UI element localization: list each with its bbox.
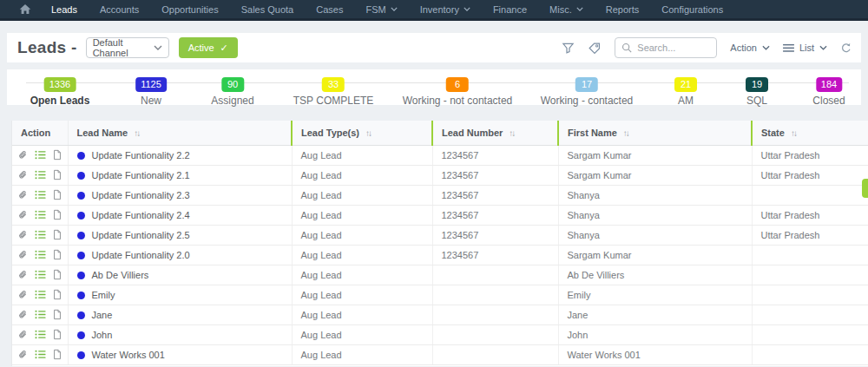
lead-name[interactable]: Water Works 001 (92, 350, 165, 360)
tag-icon[interactable] (588, 42, 602, 55)
sort-icon[interactable]: ↑↓ (623, 128, 628, 138)
attachment-icon[interactable] (17, 309, 29, 320)
lead-name[interactable]: Update Funtionality 2.0 (92, 250, 190, 260)
document-icon[interactable] (52, 309, 62, 320)
stat-item[interactable]: 1336 Open Leads (30, 75, 90, 107)
lead-name[interactable]: Update Funtionality 2.5 (92, 230, 190, 240)
lead-name[interactable]: Update Funtionality 2.1 (92, 170, 190, 180)
column-header[interactable]: Lead Type(s)↑↓ (292, 121, 432, 145)
lead-name[interactable]: Emily (92, 290, 115, 300)
lead-name[interactable]: Jane (92, 310, 113, 320)
table-row[interactable]: Jane Aug Lead Jane (12, 305, 868, 324)
attachment-icon[interactable] (17, 269, 29, 280)
stat-item[interactable]: 17 Working - contacted (541, 75, 634, 107)
stat-item[interactable]: 21 AM (674, 75, 697, 107)
attachment-icon[interactable] (17, 349, 29, 360)
lead-type-cell: Aug Lead (292, 344, 432, 364)
refresh-icon[interactable] (840, 42, 852, 55)
attachment-icon[interactable] (17, 249, 29, 260)
details-list-icon[interactable] (35, 329, 46, 340)
document-icon[interactable] (52, 329, 62, 340)
column-header[interactable]: Lead Number↑↓ (432, 121, 558, 145)
attachment-icon[interactable] (17, 229, 29, 240)
table-row[interactable]: Update Funtionality 2.0 Aug Lead 1234567… (12, 245, 868, 265)
table-row[interactable]: Update Funtionality 2.1 Aug Lead 1234567… (12, 165, 868, 185)
document-icon[interactable] (52, 209, 62, 220)
document-icon[interactable] (52, 149, 62, 161)
attachment-icon[interactable] (17, 289, 29, 300)
lead-name[interactable]: Update Funtionality 2.4 (92, 210, 190, 220)
home-icon[interactable] (10, 3, 40, 15)
nav-item[interactable]: Reports (595, 0, 651, 18)
column-header[interactable]: Lead Name↑↓ (68, 121, 292, 145)
attachment-icon[interactable] (17, 169, 29, 180)
table-row[interactable]: Update Funtionality 2.4 Aug Lead 1234567… (12, 205, 868, 225)
nav-item[interactable]: Inventory (409, 0, 482, 18)
nav-item[interactable]: Accounts (89, 0, 150, 18)
column-header[interactable]: First Name↑↓ (558, 121, 752, 145)
details-list-icon[interactable] (35, 229, 46, 240)
nav-item[interactable]: Opportunities (150, 0, 229, 18)
details-list-icon[interactable] (35, 309, 46, 320)
channel-select[interactable]: Default Channel (86, 37, 169, 58)
document-icon[interactable] (52, 169, 62, 180)
nav-item[interactable]: Misc. (538, 0, 595, 18)
document-icon[interactable] (52, 269, 62, 280)
column-header[interactable]: State↑↓ (752, 121, 868, 145)
table-row[interactable]: Water Works 001 Aug Lead Water Works 001 (12, 344, 868, 364)
table-row[interactable]: Emily Aug Lead Emily (12, 285, 868, 305)
nav-item[interactable]: Sales Quota (230, 0, 306, 18)
nav-item[interactable]: Cases (305, 0, 354, 18)
nav-item[interactable]: Leads (40, 0, 89, 18)
lead-name[interactable]: Ab De Villiers (92, 270, 149, 280)
details-list-icon[interactable] (35, 269, 46, 280)
details-list-icon[interactable] (35, 169, 46, 180)
lead-status-dot (77, 331, 85, 339)
document-icon[interactable] (52, 229, 62, 240)
attachment-icon[interactable] (17, 149, 29, 161)
table-row[interactable]: Update Funtionality 2.2 Aug Lead 1234567… (12, 145, 868, 165)
document-icon[interactable] (52, 349, 62, 360)
details-list-icon[interactable] (35, 209, 46, 220)
lead-name[interactable]: Update Funtionality 2.3 (92, 190, 190, 200)
stat-item[interactable]: 184 Closed (812, 75, 845, 107)
attachment-icon[interactable] (17, 329, 29, 340)
search-input[interactable] (637, 43, 710, 53)
details-list-icon[interactable] (35, 149, 46, 161)
sort-icon[interactable]: ↑↓ (134, 128, 139, 138)
list-view-dropdown[interactable]: List (783, 43, 827, 53)
sort-icon[interactable]: ↑↓ (509, 128, 514, 138)
filter-icon[interactable] (562, 42, 575, 55)
active-filter-button[interactable]: Active ✓ (179, 37, 238, 58)
nav-item[interactable]: FSM (354, 0, 408, 18)
stat-item[interactable]: 90 Assigned (211, 75, 253, 107)
details-list-icon[interactable] (35, 349, 46, 360)
document-icon[interactable] (52, 289, 62, 300)
document-icon[interactable] (52, 189, 62, 200)
stat-item[interactable]: 1125 New (135, 75, 167, 107)
lead-name[interactable]: Update Funtionality 2.2 (92, 150, 190, 161)
table-row[interactable]: Ab De Villiers Aug Lead Ab De Villiers (12, 265, 868, 285)
details-list-icon[interactable] (35, 249, 46, 260)
lead-name[interactable]: John (92, 330, 113, 340)
nav-item[interactable]: Configurations (650, 0, 734, 18)
chevron-down-icon (464, 7, 470, 11)
details-list-icon[interactable] (35, 289, 46, 300)
stat-item[interactable]: 33 TSP COMPLETE (293, 75, 373, 107)
side-panel-handle[interactable] (862, 179, 868, 198)
action-dropdown[interactable]: Action (730, 43, 770, 53)
nav-item[interactable]: Finance (482, 0, 538, 18)
sort-icon[interactable]: ↑↓ (791, 128, 796, 138)
table-row[interactable]: John Aug Lead John (12, 324, 868, 344)
sort-icon[interactable]: ↑↓ (365, 128, 371, 138)
document-icon[interactable] (52, 249, 62, 260)
stat-item[interactable]: 6 Working - not contacted (403, 75, 513, 107)
stat-item[interactable]: 19 SQL (746, 75, 768, 107)
row-action-cell (12, 205, 68, 225)
attachment-icon[interactable] (17, 209, 29, 220)
details-list-icon[interactable] (35, 189, 46, 200)
table-row[interactable]: Update Funtionality 2.3 Aug Lead 1234567… (12, 185, 868, 205)
attachment-icon[interactable] (17, 189, 29, 200)
list-view-label: List (799, 43, 814, 53)
table-row[interactable]: Update Funtionality 2.5 Aug Lead 1234567… (12, 225, 868, 245)
